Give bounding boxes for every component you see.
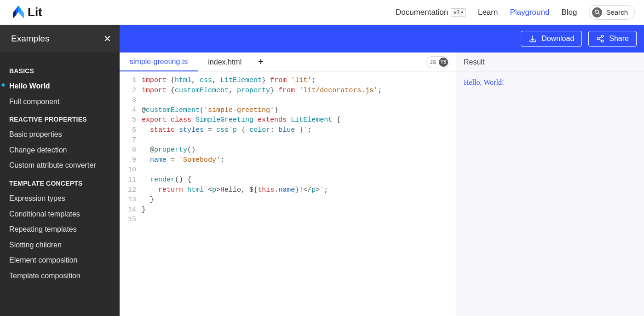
code-line: 3 (120, 95, 456, 105)
svg-line-1 (598, 13, 599, 14)
code-line: 12 return html`<p>Hello, ${this.name}!</… (120, 185, 456, 195)
sidebar-item[interactable]: Conditional templates (0, 206, 120, 222)
code-line: 15 (120, 215, 456, 225)
code-line: 9 name = 'Somebody'; (120, 155, 456, 165)
line-number: 6 (120, 125, 142, 135)
result-output: Hello, World! (464, 78, 637, 87)
chevron-down-icon: ▾ (461, 10, 463, 15)
tab-simple-greeting[interactable]: simple-greeting.ts (120, 53, 198, 71)
code-line: 8 @property() (120, 145, 456, 155)
sidebar-body: BASICSHello WorldFull componentREACTIVE … (0, 53, 120, 293)
code-source: return html`<p>Hello, ${this.name}!</p>`… (142, 185, 328, 195)
top-nav: Documentation v3 ▾ Learn Playground Blog… (396, 5, 635, 20)
nav-documentation-label: Documentation (396, 8, 448, 17)
tab-index-html[interactable]: index.html (198, 53, 252, 71)
line-number: 5 (120, 115, 142, 125)
code-source: name = 'Somebody'; (142, 155, 224, 165)
flame-icon (13, 6, 24, 19)
sidebar-item[interactable]: Full component (0, 94, 120, 110)
code-line: 6 static styles = css`p { color: blue }`… (120, 125, 456, 135)
workspace: simple-greeting.ts index.html + JS TS 1i… (120, 53, 644, 316)
sidebar-title: Examples (11, 34, 49, 44)
download-icon (529, 35, 537, 43)
code-source: @property() (142, 145, 196, 155)
sidebar-group-label: REACTIVE PROPERTIES (0, 109, 120, 127)
top-bar: Lit Documentation v3 ▾ Learn Playground … (0, 0, 644, 25)
line-number: 13 (120, 195, 142, 205)
sidebar-item[interactable]: Change detection (0, 142, 120, 158)
code-line: 14} (120, 205, 456, 215)
line-number: 12 (120, 185, 142, 195)
sidebar-item[interactable]: Expression types (0, 191, 120, 206)
nav-blog[interactable]: Blog (561, 8, 577, 17)
share-label: Share (609, 35, 629, 43)
search-button[interactable]: Search (589, 5, 635, 20)
sidebar-group-label: BASICS (0, 61, 120, 78)
share-icon (596, 35, 604, 43)
sidebar-item[interactable]: Element composition (0, 252, 120, 268)
brand-name: Lit (28, 5, 42, 19)
svg-point-4 (602, 40, 604, 42)
svg-line-5 (599, 37, 602, 38)
examples-sidebar: Examples ✕ BASICSHello WorldFull compone… (0, 25, 120, 316)
line-number: 11 (120, 175, 142, 185)
line-number: 4 (120, 105, 142, 116)
download-label: Download (541, 35, 574, 43)
sidebar-item[interactable]: Repeating templates (0, 222, 120, 237)
line-number: 14 (120, 205, 142, 215)
result-column: Result Hello, World! (456, 53, 644, 316)
add-tab-button[interactable]: + (252, 57, 270, 67)
close-icon[interactable]: ✕ (104, 33, 111, 44)
action-bar: Download Share (120, 25, 644, 53)
nav-documentation[interactable]: Documentation v3 ▾ (396, 8, 466, 17)
result-body: Hello, World! (456, 72, 644, 93)
editor-tabs: simple-greeting.ts index.html + JS TS (120, 53, 456, 72)
code-line: 10 (120, 165, 456, 175)
code-source: export class SimpleGreeting extends LitE… (142, 115, 340, 125)
lang-js-option[interactable]: JS (427, 59, 439, 66)
lang-ts-option[interactable]: TS (439, 58, 448, 67)
result-header: Result (456, 53, 644, 72)
code-line: 7 (120, 135, 456, 146)
code-source: static styles = css`p { color: blue }`; (142, 125, 311, 135)
version-selector[interactable]: v3 ▾ (451, 8, 466, 17)
code-line: 11 render() { (120, 175, 456, 185)
editor-column: simple-greeting.ts index.html + JS TS 1i… (120, 53, 456, 316)
svg-line-6 (599, 39, 602, 41)
sidebar-item[interactable]: Hello World (0, 78, 120, 94)
share-button[interactable]: Share (588, 31, 637, 47)
line-number: 3 (120, 95, 142, 105)
brand-logo[interactable]: Lit (13, 5, 42, 19)
code-source: } (142, 205, 146, 215)
nav-learn[interactable]: Learn (478, 8, 498, 17)
language-toggle[interactable]: JS TS (426, 56, 449, 68)
svg-point-0 (595, 10, 599, 14)
sidebar-group-label: TEMPLATE CONCEPTS (0, 173, 120, 191)
main: Examples ✕ BASICSHello WorldFull compone… (0, 25, 644, 316)
code-source: } (142, 195, 154, 205)
download-button[interactable]: Download (521, 31, 582, 47)
svg-point-3 (598, 38, 600, 40)
sidebar-item[interactable]: Basic properties (0, 127, 120, 142)
code-source: import {customElement, property} from 'l… (142, 86, 382, 96)
line-number: 8 (120, 145, 142, 155)
code-line: 1import {html, css, LitElement} from 'li… (120, 76, 456, 86)
sidebar-item[interactable]: Slotting children (0, 237, 120, 253)
code-editor[interactable]: 1import {html, css, LitElement} from 'li… (120, 72, 456, 316)
content: Download Share simple-greeting.ts index.… (120, 25, 644, 316)
code-line: 13 } (120, 195, 456, 205)
code-line: 2import {customElement, property} from '… (120, 86, 456, 96)
code-source: import {html, css, LitElement} from 'lit… (142, 76, 316, 86)
line-number: 1 (120, 76, 142, 86)
code-source: @customElement('simple-greeting') (142, 105, 278, 116)
code-line: 5export class SimpleGreeting extends Lit… (120, 115, 456, 125)
code-source: render() { (142, 175, 191, 185)
line-number: 7 (120, 135, 142, 146)
nav-playground[interactable]: Playground (510, 8, 549, 17)
code-line: 4@customElement('simple-greeting') (120, 105, 456, 116)
line-number: 2 (120, 86, 142, 96)
line-number: 15 (120, 215, 142, 225)
search-icon (592, 7, 602, 18)
sidebar-item[interactable]: Template composition (0, 268, 120, 284)
sidebar-item[interactable]: Custom attribute converter (0, 158, 120, 173)
